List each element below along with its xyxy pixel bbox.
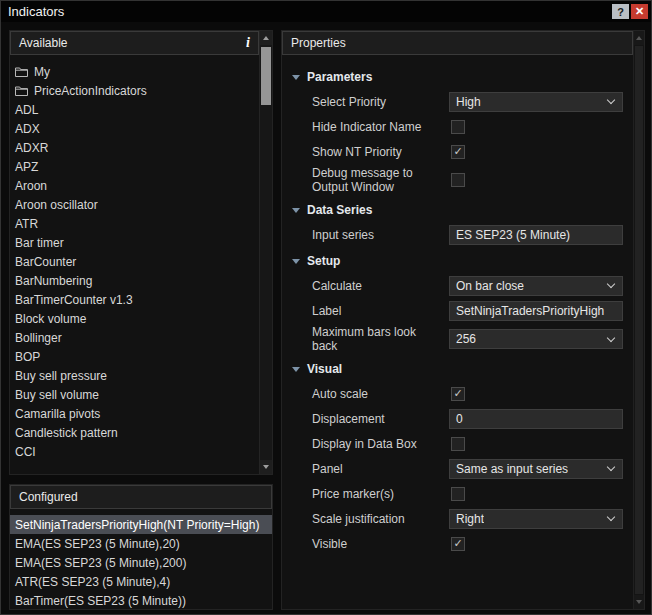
list-item-label: PriceActionIndicators <box>34 84 147 98</box>
list-item-label: Buy sell volume <box>15 388 99 402</box>
properties-main: Properties ParametersSelect PriorityHigh… <box>282 31 633 609</box>
property-control <box>449 409 623 429</box>
list-item-indicator[interactable]: Block volume <box>10 309 259 328</box>
property-control: ✓ <box>449 145 623 159</box>
checkbox-display-in-data-box[interactable] <box>451 437 465 451</box>
scroll-up-button[interactable] <box>260 31 272 45</box>
list-item-label: CCI <box>15 445 36 459</box>
list-item-indicator[interactable]: Buy sell volume <box>10 385 259 404</box>
property-label: Select Priority <box>312 95 449 109</box>
property-row-panel: PanelSame as input series <box>282 456 633 481</box>
list-item-indicator[interactable]: BOP <box>10 347 259 366</box>
configured-item[interactable]: BarTimer(ES SEP23 (5 Minute)) <box>10 591 272 609</box>
property-control <box>449 301 623 321</box>
available-list: MyPriceActionIndicatorsADLADXADXRAPZAroo… <box>10 55 259 474</box>
dropdown-select-priority[interactable]: High <box>449 92 623 112</box>
list-item-label: BOP <box>15 350 40 364</box>
section-header-data-series[interactable]: Data Series <box>282 198 633 222</box>
scroll-down-button[interactable] <box>260 460 272 474</box>
list-item-indicator[interactable]: CCI <box>10 442 259 461</box>
dropdown-panel[interactable]: Same as input series <box>449 459 623 479</box>
property-control: Right <box>449 509 623 529</box>
list-item-indicator[interactable]: Buy sell pressure <box>10 366 259 385</box>
list-item-label: BarNumbering <box>15 274 92 288</box>
list-item-label: Bollinger <box>15 331 62 345</box>
properties-scrollbar[interactable] <box>633 31 644 609</box>
info-icon[interactable]: i <box>246 35 250 51</box>
available-panel: Available i MyPriceActionIndicatorsADLAD… <box>9 30 273 475</box>
checkbox-price-marker-s[interactable] <box>451 487 465 501</box>
checkbox-visible[interactable]: ✓ <box>451 537 465 551</box>
section-header-parameters[interactable]: Parameters <box>282 65 633 89</box>
list-item-label: Aroon oscillator <box>15 198 98 212</box>
scrollbar-track[interactable] <box>260 45 272 460</box>
list-item-indicator[interactable]: Bar timer <box>10 233 259 252</box>
textfield-displacement[interactable] <box>449 409 623 429</box>
section-title: Data Series <box>307 203 372 217</box>
configured-list: SetNinjaTradersPriorityHigh(NT Priority=… <box>10 509 272 609</box>
section-title: Setup <box>307 254 340 268</box>
list-item-indicator[interactable]: Camarilla pivots <box>10 404 259 423</box>
list-item-indicator[interactable]: Aroon oscillator <box>10 195 259 214</box>
list-item-indicator[interactable]: BarNumbering <box>10 271 259 290</box>
chevron-down-icon <box>607 280 615 288</box>
dropdown-value: Right <box>456 512 484 526</box>
property-label: Calculate <box>312 279 449 293</box>
property-label: Hide Indicator Name <box>312 120 449 134</box>
dropdown-calculate[interactable]: On bar close <box>449 276 623 296</box>
help-button[interactable]: ? <box>612 4 629 19</box>
checkbox-debug-message-to-output-window[interactable] <box>451 173 465 187</box>
list-item-indicator[interactable]: Bollinger <box>10 328 259 347</box>
section-header-setup[interactable]: Setup <box>282 249 633 273</box>
textfield-label[interactable] <box>449 301 623 321</box>
configured-item[interactable]: EMA(ES SEP23 (5 Minute),200) <box>10 553 272 572</box>
close-icon: ✕ <box>635 5 644 18</box>
section-header-visual[interactable]: Visual <box>282 357 633 381</box>
list-item-indicator[interactable]: ATR <box>10 214 259 233</box>
collapse-arrow-icon <box>292 208 300 213</box>
property-row-visible: Visible✓ <box>282 531 633 556</box>
configured-item[interactable]: ATR(ES SEP23 (5 Minute),4) <box>10 572 272 591</box>
scrollbar-track[interactable] <box>634 45 644 595</box>
left-column: Available i MyPriceActionIndicatorsADLAD… <box>9 30 273 610</box>
list-item-indicator[interactable]: APZ <box>10 157 259 176</box>
dropdown-maximum-bars-look-back[interactable]: 256 <box>449 329 623 349</box>
list-item-indicator[interactable]: ADX <box>10 119 259 138</box>
configured-item[interactable]: EMA(ES SEP23 (5 Minute),20) <box>10 534 272 553</box>
property-control <box>449 487 623 501</box>
list-item-indicator[interactable]: ADXR <box>10 138 259 157</box>
checkbox-show-nt-priority[interactable]: ✓ <box>451 145 465 159</box>
checkbox-hide-indicator-name[interactable] <box>451 120 465 134</box>
dropdown-scale-justification[interactable]: Right <box>449 509 623 529</box>
available-scrollbar[interactable] <box>259 31 272 474</box>
scroll-down-button[interactable] <box>634 595 644 609</box>
scrollbar-thumb[interactable] <box>635 46 643 594</box>
property-row-calculate: CalculateOn bar close <box>282 273 633 298</box>
close-button[interactable]: ✕ <box>631 4 648 19</box>
configured-item[interactable]: SetNinjaTradersPriorityHigh(NT Priority=… <box>10 515 272 534</box>
section-title: Visual <box>307 362 342 376</box>
list-item-indicator[interactable]: BarTimerCounter v1.3 <box>10 290 259 309</box>
list-item-label: ADL <box>15 103 38 117</box>
window-title: Indicators <box>8 4 64 19</box>
property-row-price-marker-s: Price marker(s) <box>282 481 633 506</box>
scroll-up-button[interactable] <box>634 31 644 45</box>
property-label: Maximum bars look back <box>312 325 449 353</box>
list-item-label: ADXR <box>15 141 48 155</box>
list-item-label: Candlestick pattern <box>15 426 118 440</box>
property-row-displacement: Displacement <box>282 406 633 431</box>
property-control <box>449 437 623 451</box>
textfield-input-series[interactable] <box>449 225 623 245</box>
configured-panel: Configured SetNinjaTradersPriorityHigh(N… <box>9 484 273 610</box>
scrollbar-thumb[interactable] <box>261 47 271 105</box>
property-control <box>449 225 623 245</box>
checkbox-auto-scale[interactable]: ✓ <box>451 387 465 401</box>
list-item-indicator[interactable]: Aroon <box>10 176 259 195</box>
list-item-folder[interactable]: My <box>10 62 259 81</box>
list-item-folder[interactable]: PriceActionIndicators <box>10 81 259 100</box>
list-item-indicator[interactable]: Candlestick pattern <box>10 423 259 442</box>
list-item-indicator[interactable]: BarCounter <box>10 252 259 271</box>
list-item-indicator[interactable]: ADL <box>10 100 259 119</box>
configured-header: Configured <box>10 485 272 509</box>
properties-header: Properties <box>282 31 633 55</box>
